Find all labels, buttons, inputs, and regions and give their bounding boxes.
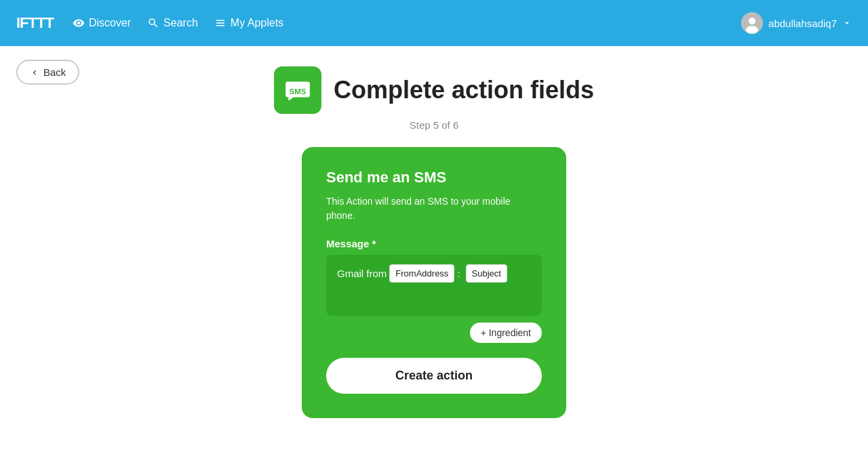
create-action-button[interactable]: Create action [326,358,542,394]
nav-my-applets[interactable]: My Applets [214,17,283,29]
header: IFTTT Discover Search My Applets abdulla… [0,0,868,46]
page-header: SMS Complete action fields [274,66,594,114]
card-description: This Action will send an SMS to your mob… [326,194,542,223]
avatar-icon [741,12,763,34]
svg-point-2 [746,26,758,34]
from-address-pill[interactable]: FromAddress [389,264,454,283]
nav-search[interactable]: Search [147,17,198,29]
message-prefix: Gmail from [337,264,387,283]
nav-search-label: Search [163,17,198,29]
nav-discover-label: Discover [89,17,131,29]
message-separator: : [457,264,460,283]
back-arrow-icon [30,68,39,77]
nav-my-applets-label: My Applets [231,17,283,29]
nav-discover[interactable]: Discover [73,17,131,29]
chevron-down-icon [842,18,852,28]
user-menu[interactable]: abdullahsadiq7 [741,12,852,34]
subject-pill[interactable]: Subject [466,264,507,283]
svg-point-1 [749,18,755,24]
avatar [741,12,763,34]
card-title: Send me an SMS [326,169,542,186]
step-label: Step 5 of 6 [410,119,459,131]
sms-icon: SMS [283,76,312,104]
service-icon: SMS [274,66,321,114]
search-icon [147,17,159,29]
back-button[interactable]: Back [16,60,79,85]
message-label: Message * [326,238,542,249]
main-content: Back SMS Complete action fields Step 5 o… [0,46,868,445]
back-button-label: Back [43,66,66,78]
page-title: Complete action fields [334,76,594,104]
logo[interactable]: IFTTT [16,14,54,32]
ingredient-row: + Ingredient [326,323,542,343]
username: abdullahsadiq7 [768,18,837,29]
eye-icon [73,17,85,29]
action-card: Send me an SMS This Action will send an … [302,147,566,418]
message-box[interactable]: Gmail from FromAddress : Subject [326,255,542,316]
ingredient-button[interactable]: + Ingredient [470,323,542,343]
svg-text:SMS: SMS [289,87,306,96]
applets-icon [214,17,226,29]
nav: Discover Search My Applets [73,17,722,29]
